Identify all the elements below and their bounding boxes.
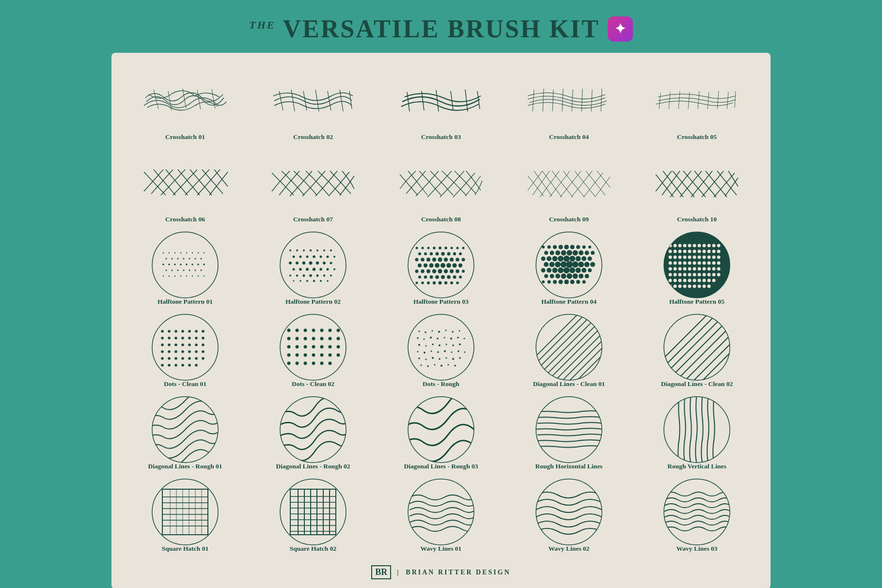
svg-point-49 — [293, 256, 295, 258]
svg-point-55 — [333, 256, 335, 258]
svg-line-432 — [533, 311, 605, 384]
svg-point-43 — [296, 249, 298, 251]
brush-item-crosshatch-09: Crosshatch 09 — [510, 150, 628, 227]
brush-item-crosshatch-08: Crosshatch 08 — [382, 150, 500, 227]
svg-point-8 — [198, 252, 199, 253]
svg-point-116 — [446, 263, 451, 268]
svg-point-25 — [166, 270, 167, 271]
svg-point-282 — [703, 279, 706, 282]
brush-preview-wavy-02 — [520, 483, 617, 541]
brush-preview-diagonal-rough-03 — [393, 401, 489, 459]
svg-point-64 — [299, 268, 302, 271]
svg-point-154 — [588, 246, 591, 248]
svg-point-86 — [422, 247, 424, 249]
svg-point-283 — [708, 279, 711, 282]
svg-point-353 — [287, 345, 291, 349]
svg-point-272 — [708, 273, 711, 277]
svg-point-397 — [417, 351, 419, 353]
svg-point-367 — [287, 362, 291, 365]
svg-point-9 — [204, 252, 205, 253]
svg-point-212 — [683, 244, 687, 248]
svg-point-82 — [327, 280, 329, 282]
svg-point-297 — [168, 330, 171, 333]
svg-point-161 — [579, 250, 583, 255]
svg-point-287 — [678, 285, 682, 288]
svg-point-277 — [678, 279, 682, 282]
svg-point-332 — [168, 364, 171, 367]
svg-point-258 — [693, 267, 696, 271]
brush-preview-crosshatch-01 — [137, 71, 234, 129]
svg-point-217 — [708, 244, 711, 248]
svg-point-181 — [590, 262, 595, 267]
brush-preview-crosshatch-02 — [265, 71, 362, 129]
svg-point-384 — [430, 337, 432, 339]
svg-point-163 — [591, 251, 595, 255]
svg-point-134 — [453, 276, 457, 279]
svg-point-152 — [576, 245, 580, 249]
svg-point-187 — [569, 267, 575, 273]
svg-point-158 — [561, 250, 567, 256]
svg-point-231 — [669, 256, 672, 259]
brush-item-square-hatch-01: Square Hatch 01 — [126, 479, 244, 557]
svg-point-61 — [323, 262, 326, 264]
svg-point-214 — [693, 244, 696, 248]
brush-label-crosshatch-07: Crosshatch 07 — [293, 216, 333, 223]
svg-point-97 — [436, 252, 439, 256]
svg-point-180 — [584, 262, 590, 267]
svg-point-23 — [197, 263, 199, 265]
svg-point-408 — [439, 358, 441, 360]
brush-label-square-hatch-01: Square Hatch 01 — [162, 545, 209, 553]
svg-point-394 — [446, 344, 447, 345]
svg-point-360 — [287, 354, 291, 357]
brush-preview-diagonal-clean-02 — [648, 318, 745, 376]
svg-point-328 — [188, 357, 191, 360]
brush-label-crosshatch-04: Crosshatch 04 — [549, 133, 589, 141]
svg-point-221 — [674, 250, 677, 253]
brush-item-dots-clean-01: Dots - Clean 01 — [126, 314, 244, 392]
svg-line-436 — [661, 311, 733, 384]
svg-point-281 — [698, 279, 701, 282]
svg-point-98 — [441, 252, 445, 256]
svg-point-10 — [166, 258, 167, 260]
svg-point-382 — [417, 337, 419, 339]
svg-point-350 — [320, 337, 324, 340]
footer: BR | BRIAN RITTER DESIGN — [126, 565, 756, 579]
svg-point-100 — [453, 252, 456, 255]
svg-point-27 — [177, 270, 179, 271]
svg-point-396 — [459, 343, 461, 345]
svg-point-24 — [203, 263, 205, 265]
svg-point-241 — [717, 256, 721, 259]
svg-point-246 — [688, 262, 692, 265]
svg-point-173 — [544, 262, 549, 267]
svg-point-266 — [678, 273, 682, 277]
svg-point-293 — [708, 285, 711, 288]
svg-point-72 — [303, 275, 305, 277]
svg-point-155 — [544, 251, 548, 255]
svg-point-322 — [195, 350, 198, 353]
svg-point-344 — [329, 329, 332, 332]
brush-preview-dots-clean-02 — [265, 318, 362, 376]
svg-point-240 — [712, 256, 716, 259]
svg-line-446 — [661, 311, 733, 384]
svg-point-37 — [192, 276, 193, 277]
svg-point-171 — [582, 256, 586, 261]
svg-point-232 — [674, 256, 677, 259]
svg-point-259 — [698, 267, 701, 271]
svg-point-125 — [450, 269, 454, 273]
svg-point-73 — [309, 274, 312, 277]
svg-point-319 — [174, 350, 177, 353]
svg-point-284 — [712, 279, 716, 282]
svg-point-275 — [669, 279, 672, 282]
brush-label-diagonal-rough-01: Diagonal Lines - Rough 01 — [148, 463, 222, 470]
svg-point-69 — [333, 268, 335, 270]
svg-point-289 — [688, 285, 692, 288]
brush-preview-crosshatch-03 — [393, 71, 489, 129]
svg-point-128 — [418, 276, 421, 279]
brush-item-dots-clean-02: Dots - Clean 02 — [254, 314, 372, 392]
svg-point-280 — [693, 279, 696, 282]
svg-point-87 — [427, 247, 430, 249]
svg-point-411 — [459, 357, 461, 359]
svg-point-383 — [424, 339, 425, 340]
svg-point-104 — [426, 258, 430, 262]
svg-point-417 — [454, 365, 456, 367]
